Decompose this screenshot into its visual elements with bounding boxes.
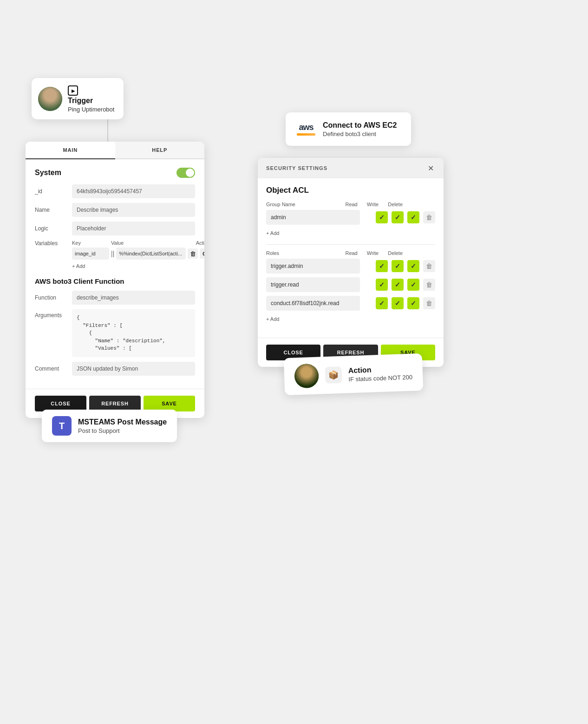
var-key-header: Key [72, 240, 109, 246]
security-close-btn[interactable]: ✕ [426, 163, 435, 173]
var-add-link[interactable]: + Add [72, 263, 85, 269]
trigger-read-checks [364, 279, 419, 291]
teams-logo-icon: T [59, 421, 65, 431]
role-trigger-read-row: 🗑 [266, 277, 435, 292]
function-label: Function [35, 294, 68, 301]
role-conduct-row: 🗑 [266, 296, 435, 311]
add-group-link[interactable]: + Add [266, 230, 279, 236]
object-acl-title: Object ACL [266, 186, 435, 195]
msteams-title: MSTEAMS Post Message [78, 418, 167, 426]
write-header: Write [367, 202, 379, 207]
var-key-input[interactable] [72, 248, 109, 260]
var-headers: Key Value Action [72, 240, 204, 246]
security-body: Object ACL Group Name Read Write Delete [258, 178, 444, 338]
trigger-admin-delete-btn[interactable]: 🗑 [423, 260, 435, 272]
security-panel: SECURITY SETTINGS ✕ Object ACL Group Nam… [258, 158, 444, 367]
group-admin-input[interactable] [266, 210, 360, 225]
admin-read-check[interactable] [376, 211, 388, 223]
security-title: SECURITY SETTINGS [266, 165, 327, 171]
action-card: 📦 Action IF status code NOT 200 [284, 353, 423, 395]
var-sep: || [111, 250, 114, 257]
group-admin-row: 🗑 [266, 210, 435, 225]
roles-perm-headers: Read Write Delete [347, 250, 403, 256]
role-trigger-read-input[interactable] [266, 277, 360, 292]
admin-write-check[interactable] [392, 211, 404, 223]
var-delete-btn[interactable]: 🗑 [188, 248, 198, 259]
role-trigger-admin-input[interactable] [266, 259, 360, 274]
msteams-card: T MSTEAMS Post Message Post to Support [42, 410, 177, 442]
conduct-checks [364, 297, 419, 309]
action-icon: 📦 [325, 366, 342, 384]
var-settings-btn[interactable]: ⚙ [200, 248, 204, 259]
trigger-text-block: Trigger Ping Uptimerobot [68, 85, 114, 113]
close-button[interactable]: CLOSE [35, 396, 86, 411]
group-name-header: Group Name [266, 202, 347, 207]
group-perm-headers: Read Write Delete [347, 202, 403, 207]
panel-body: System _id Name Logic Variables Key Valu… [26, 159, 204, 389]
tab-help[interactable]: HELP [115, 142, 205, 158]
save-button[interactable]: SAVE [144, 396, 195, 411]
action-icon-glyph: 📦 [328, 370, 339, 380]
tab-main[interactable]: MAIN [26, 142, 115, 159]
trigger-label: Trigger [68, 97, 114, 105]
system-toggle[interactable] [176, 168, 195, 178]
comment-label: Comment [35, 365, 68, 372]
security-header: SECURITY SETTINGS ✕ [258, 158, 444, 178]
trigger-read-read-check[interactable] [376, 279, 388, 291]
panel-tabs: MAIN HELP [26, 142, 204, 159]
trigger-play-icon[interactable] [68, 85, 78, 96]
function-input[interactable] [72, 291, 195, 305]
add-role-link[interactable]: + Add [266, 316, 279, 322]
system-header: System [35, 168, 195, 178]
name-label: Name [35, 207, 68, 213]
name-field-row: Name [35, 203, 195, 217]
comment-input[interactable] [72, 362, 195, 376]
conduct-delete-check[interactable] [407, 297, 419, 309]
msteams-text: MSTEAMS Post Message Post to Support [78, 418, 167, 434]
role-conduct-input[interactable] [266, 296, 360, 311]
action-label: Action [348, 364, 412, 375]
trigger-admin-write-check[interactable] [392, 260, 404, 272]
logic-label: Logic [35, 225, 68, 232]
system-title: System [35, 169, 61, 177]
trigger-read-delete-btn[interactable]: 🗑 [423, 279, 435, 291]
conduct-write-check[interactable] [392, 297, 404, 309]
comment-field-row: Comment [35, 362, 195, 376]
aws-card-sub: Defined boto3 client [323, 130, 397, 137]
roles-write-header: Write [367, 250, 379, 256]
conduct-read-check[interactable] [376, 297, 388, 309]
msteams-sub: Post to Support [78, 427, 167, 434]
name-input[interactable] [72, 203, 195, 217]
group-name-section: Group Name Read Write Delete 🗑 + Add [266, 202, 435, 237]
acl-headers-roles: Roles Read Write Delete [266, 250, 435, 256]
aws-card-title: Connect to AWS EC2 [323, 121, 397, 130]
arguments-field-row: Arguments { "Filters" : [ { "Name" : "de… [35, 309, 195, 357]
action-sub: IF status code NOT 200 [348, 373, 412, 383]
admin-delete-btn[interactable]: 🗑 [423, 211, 435, 223]
trigger-sub: Ping Uptimerobot [68, 106, 114, 113]
trigger-admin-delete-check[interactable] [407, 260, 419, 272]
aws-logo-text: aws [299, 123, 313, 132]
var-val-header: Value [111, 240, 180, 246]
action-avatar [294, 364, 319, 389]
variables-label: Variables [35, 240, 68, 247]
logic-input[interactable] [72, 222, 195, 235]
trigger-admin-read-check[interactable] [376, 260, 388, 272]
id-input[interactable] [72, 184, 195, 198]
aws-card: aws Connect to AWS EC2 Defined boto3 cli… [286, 112, 411, 146]
var-val-input[interactable] [116, 248, 186, 260]
arguments-code[interactable]: { "Filters" : [ { "Name" : "description"… [72, 309, 195, 357]
roles-read-header: Read [345, 250, 357, 256]
refresh-button[interactable]: REFRESH [89, 396, 141, 411]
aws-logo-bar [297, 133, 315, 136]
trigger-read-write-check[interactable] [392, 279, 404, 291]
trigger-read-delete-check[interactable] [407, 279, 419, 291]
aws-logo: aws [296, 119, 316, 139]
conduct-delete-btn[interactable]: 🗑 [423, 297, 435, 309]
variable-row: || 🗑 ⚙ [72, 248, 204, 260]
id-label: _id [35, 188, 68, 195]
delete-header: Delete [388, 202, 403, 207]
function-field-row: Function [35, 291, 195, 305]
admin-delete-check[interactable] [407, 211, 419, 223]
read-header: Read [345, 202, 357, 207]
